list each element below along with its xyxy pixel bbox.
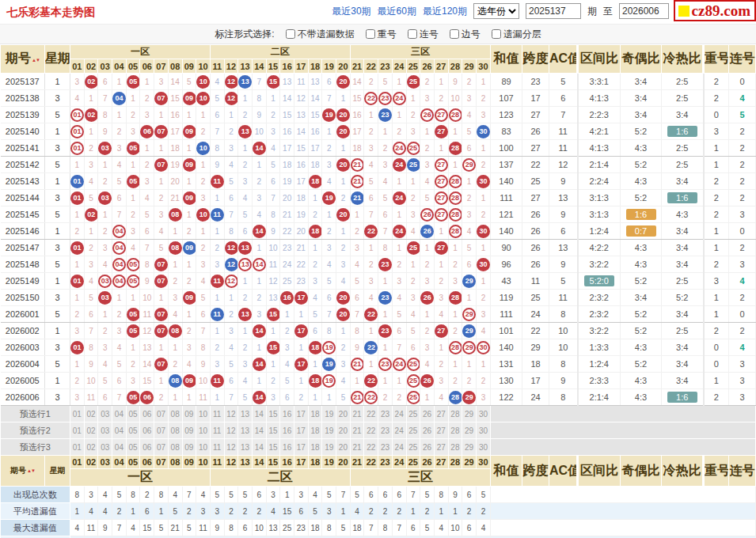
presel-number[interactable]: 11 — [210, 422, 224, 439]
presel-number[interactable]: 04 — [112, 439, 127, 456]
link-recent-60[interactable]: 最近60期 — [378, 5, 416, 18]
presel-number[interactable]: 14 — [252, 406, 266, 422]
presel-number[interactable]: 26 — [420, 439, 435, 456]
link-recent-120[interactable]: 最近120期 — [423, 5, 467, 18]
presel-number[interactable]: 24 — [392, 422, 406, 439]
filter-option-no-miss[interactable]: 不带遗漏数据 — [286, 28, 355, 41]
year-select[interactable]: 选年份 — [473, 3, 519, 19]
presel-number[interactable]: 16 — [280, 422, 294, 439]
presel-number[interactable]: 02 — [84, 406, 98, 422]
presel-number[interactable]: 10 — [196, 406, 211, 422]
presel-number[interactable]: 13 — [238, 422, 253, 439]
presel-number[interactable]: 23 — [378, 439, 393, 456]
presel-number[interactable]: 05 — [126, 422, 140, 439]
presel-number[interactable]: 23 — [378, 422, 393, 439]
presel-number[interactable]: 29 — [462, 439, 477, 456]
presel-number[interactable]: 07 — [154, 439, 169, 456]
presel-number[interactable]: 30 — [476, 439, 490, 456]
presel-number[interactable]: 29 — [462, 406, 477, 422]
presel-number[interactable]: 25 — [406, 422, 420, 439]
presel-number[interactable]: 05 — [126, 439, 140, 456]
presel-number[interactable]: 21 — [350, 406, 364, 422]
cz89-logo[interactable]: cz89.com — [674, 0, 756, 21]
presel-number[interactable]: 16 — [280, 439, 294, 456]
presel-number[interactable]: 27 — [434, 422, 448, 439]
checkbox-miss-layer[interactable] — [492, 29, 501, 39]
issue-to-input[interactable] — [619, 3, 669, 19]
presel-number[interactable]: 14 — [252, 422, 266, 439]
filter-option-consecutive[interactable]: 连号 — [408, 28, 439, 41]
presel-number[interactable]: 24 — [392, 439, 406, 456]
issue-from-input[interactable] — [526, 3, 581, 19]
issue-column-header[interactable]: 期号▲▼ — [1, 45, 45, 74]
checkbox-edge-number[interactable] — [450, 29, 459, 39]
presel-number[interactable]: 13 — [238, 439, 253, 456]
presel-number[interactable]: 27 — [434, 406, 448, 422]
presel-number[interactable]: 12 — [224, 439, 238, 456]
presel-number[interactable]: 02 — [84, 422, 98, 439]
presel-number[interactable]: 15 — [266, 406, 280, 422]
presel-number[interactable]: 15 — [266, 439, 280, 456]
presel-number[interactable]: 18 — [308, 439, 322, 456]
checkbox-no-miss-data[interactable] — [286, 29, 295, 39]
filter-option-miss-layer[interactable]: 遗漏分层 — [492, 28, 541, 41]
presel-number[interactable]: 20 — [336, 406, 351, 422]
presel-number[interactable]: 17 — [294, 406, 309, 422]
presel-number[interactable]: 28 — [448, 439, 462, 456]
presel-number[interactable]: 18 — [308, 422, 322, 439]
presel-number[interactable]: 05 — [126, 406, 140, 422]
checkbox-consecutive-number[interactable] — [408, 29, 417, 39]
presel-number[interactable]: 03 — [98, 406, 112, 422]
filter-option-edge[interactable]: 边号 — [450, 28, 481, 41]
presel-number[interactable]: 21 — [350, 422, 364, 439]
presel-number[interactable]: 11 — [210, 406, 224, 422]
presel-number[interactable]: 30 — [476, 422, 490, 439]
presel-number[interactable]: 06 — [140, 406, 154, 422]
presel-number[interactable]: 19 — [322, 406, 336, 422]
presel-number[interactable]: 20 — [336, 422, 351, 439]
presel-number[interactable]: 07 — [154, 422, 169, 439]
presel-number[interactable]: 01 — [70, 406, 85, 422]
presel-number[interactable]: 30 — [476, 406, 490, 422]
presel-number[interactable]: 09 — [182, 422, 196, 439]
presel-number[interactable]: 12 — [224, 406, 238, 422]
presel-number[interactable]: 13 — [238, 406, 253, 422]
presel-number[interactable]: 22 — [364, 439, 378, 456]
presel-number[interactable]: 07 — [154, 406, 169, 422]
presel-number[interactable]: 10 — [196, 439, 211, 456]
presel-number[interactable]: 20 — [336, 439, 351, 456]
presel-number[interactable]: 04 — [112, 422, 127, 439]
presel-number[interactable]: 08 — [168, 406, 182, 422]
presel-number[interactable]: 08 — [168, 422, 182, 439]
presel-number[interactable]: 17 — [294, 422, 309, 439]
presel-number[interactable]: 16 — [280, 406, 294, 422]
presel-number[interactable]: 03 — [98, 422, 112, 439]
presel-number[interactable]: 28 — [448, 422, 462, 439]
presel-number[interactable]: 26 — [420, 406, 435, 422]
filter-option-repeat[interactable]: 重号 — [366, 28, 397, 41]
presel-number[interactable]: 18 — [308, 406, 322, 422]
presel-number[interactable]: 09 — [182, 439, 196, 456]
presel-number[interactable]: 17 — [294, 439, 309, 456]
presel-number[interactable]: 06 — [140, 439, 154, 456]
presel-number[interactable]: 10 — [196, 422, 211, 439]
presel-number[interactable]: 08 — [168, 439, 182, 456]
presel-number[interactable]: 23 — [378, 406, 393, 422]
presel-number[interactable]: 02 — [84, 439, 98, 456]
presel-number[interactable]: 24 — [392, 406, 406, 422]
issue-column-header-bottom[interactable]: 期号▲▼ — [1, 456, 45, 487]
presel-number[interactable]: 04 — [112, 406, 127, 422]
presel-number[interactable]: 21 — [350, 439, 364, 456]
presel-number[interactable]: 03 — [98, 439, 112, 456]
presel-number[interactable]: 27 — [434, 439, 448, 456]
presel-number[interactable]: 06 — [140, 422, 154, 439]
presel-number[interactable]: 22 — [364, 406, 378, 422]
presel-number[interactable]: 12 — [224, 422, 238, 439]
presel-number[interactable]: 19 — [322, 439, 336, 456]
presel-number[interactable]: 11 — [210, 439, 224, 456]
checkbox-repeat-number[interactable] — [366, 29, 375, 39]
presel-number[interactable]: 29 — [462, 422, 477, 439]
presel-number[interactable]: 22 — [364, 422, 378, 439]
presel-number[interactable]: 15 — [266, 422, 280, 439]
presel-number[interactable]: 01 — [70, 439, 85, 456]
